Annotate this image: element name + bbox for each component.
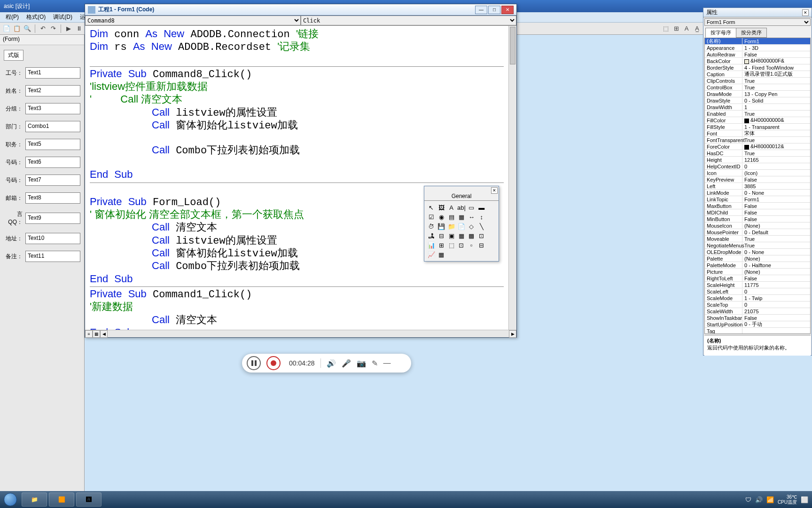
text-input[interactable]: Text7 <box>25 175 80 186</box>
property-row[interactable]: Left3885 <box>705 183 810 190</box>
property-row[interactable]: ClipControlsTrue <box>705 78 810 84</box>
task-item[interactable]: 📁 <box>22 492 47 507</box>
minus-icon[interactable]: — <box>383 359 391 367</box>
label-icon[interactable]: A <box>446 203 456 212</box>
checkbox-icon[interactable]: ☑ <box>426 212 436 222</box>
procedure-selector[interactable]: Click <box>301 16 516 25</box>
object-selector[interactable]: Command8 <box>85 16 301 25</box>
left-tab[interactable]: 式版 <box>4 50 23 61</box>
menu-item[interactable]: 调试(D) <box>49 12 76 22</box>
property-row[interactable]: LinkMode0 - None <box>705 190 810 196</box>
tb-icon[interactable]: A <box>682 24 691 33</box>
property-row[interactable]: ScaleTop0 <box>705 302 810 308</box>
text-input[interactable]: Text9 <box>25 213 80 224</box>
text-input[interactable]: Text8 <box>25 192 80 204</box>
listbox-icon[interactable]: ▦ <box>456 212 466 222</box>
property-row[interactable]: FillColor&H00000000& <box>705 117 810 124</box>
start-button[interactable] <box>0 491 21 508</box>
pen-icon[interactable]: ✎ <box>372 359 378 368</box>
tab-alphabetic[interactable]: 按字母序 <box>705 28 736 38</box>
image-icon[interactable]: 🏞 <box>426 231 436 240</box>
drivelistbox-icon[interactable]: 💾 <box>436 222 446 231</box>
property-row[interactable]: MaxButtonFalse <box>705 203 810 209</box>
tb-icon[interactable]: A̲ <box>692 24 702 33</box>
maximize-button[interactable]: □ <box>488 6 500 14</box>
ctl-icon[interactable]: ⊞ <box>436 240 446 250</box>
ctl-icon[interactable]: 📈 <box>426 250 436 259</box>
ctl-icon[interactable]: ⬚ <box>446 240 456 250</box>
minimize-button[interactable]: — <box>475 6 487 14</box>
volume-icon[interactable]: 🔊 <box>327 359 336 368</box>
line-icon[interactable]: ╲ <box>476 222 486 231</box>
property-row[interactable]: HasDCTrue <box>705 150 810 157</box>
property-row[interactable]: ControlBoxTrue <box>705 84 810 91</box>
close-button[interactable]: ✕ <box>501 6 514 14</box>
ctl-icon[interactable]: ▩ <box>467 231 476 240</box>
pause-recording-button[interactable] <box>247 356 261 370</box>
shape-icon[interactable]: ◇ <box>467 222 476 231</box>
tab-categorized[interactable]: 按分类序 <box>736 28 767 38</box>
menu-item[interactable]: 程(P) <box>2 12 23 22</box>
camera-off-icon[interactable]: 📷 <box>357 359 366 368</box>
property-row[interactable]: Height12165 <box>705 157 810 163</box>
tray-icon[interactable]: ⬜ <box>801 496 808 503</box>
text-input[interactable]: Text2 <box>25 85 80 96</box>
toolbox-close-icon[interactable]: ✕ <box>491 187 498 194</box>
property-row[interactable]: MinButtonFalse <box>705 216 810 222</box>
combobox-icon[interactable]: ▤ <box>446 212 456 222</box>
run-icon[interactable]: ▶ <box>64 24 73 33</box>
scroll-left-icon[interactable]: ◀ <box>100 330 108 338</box>
code-editor[interactable]: Dim conn As New ADODB.Connection '链接 Dim… <box>85 26 516 330</box>
property-row[interactable]: EnabledTrue <box>705 111 810 117</box>
property-row[interactable]: BackColor&H8000000F& <box>705 58 810 64</box>
property-row[interactable]: PaletteMode0 - Halftone <box>705 262 810 269</box>
property-row[interactable]: ForeColor&H80000012& <box>705 143 810 150</box>
property-row[interactable]: Caption通讯录管理1.0正式版 <box>705 71 810 78</box>
property-row[interactable]: FillStyle1 - Transparent <box>705 124 810 130</box>
picturebox-icon[interactable]: 🖼 <box>436 203 446 212</box>
vertical-scrollbar[interactable] <box>508 26 516 330</box>
textbox-icon[interactable]: ab| <box>456 203 466 212</box>
toolbox-panel[interactable]: ✕ General ↖ 🖼 A ab| ▭ ▬ ☑ ◉ ▤ ▦ ↔ ↕ ⏱ 💾 … <box>424 186 499 262</box>
ctl-icon[interactable]: 📊 <box>426 240 436 250</box>
property-row[interactable]: Icon(Icon) <box>705 170 810 176</box>
frame-icon[interactable]: ▭ <box>467 203 476 212</box>
property-row[interactable]: MouseIcon(None) <box>705 222 810 229</box>
properties-object-selector[interactable]: Form1 Form <box>704 18 811 26</box>
ctl-icon[interactable]: ▫ <box>467 240 476 250</box>
property-row[interactable]: Font宋体 <box>705 130 810 137</box>
data-icon[interactable]: ⊟ <box>436 231 446 240</box>
property-row[interactable]: StartUpPosition0 - 手动 <box>705 321 810 328</box>
tray-icon[interactable]: 📶 <box>766 496 774 503</box>
add-form-icon[interactable]: 📋 <box>12 24 22 33</box>
scroll-thumb[interactable] <box>510 27 515 64</box>
ctl-icon[interactable]: ⊡ <box>476 231 486 240</box>
property-row[interactable]: LinkTopicForm1 <box>705 196 810 203</box>
property-row[interactable]: ScaleLeft0 <box>705 288 810 295</box>
property-row[interactable]: ScaleHeight11775 <box>705 282 810 288</box>
scroll-right-icon[interactable]: ▶ <box>509 330 516 338</box>
property-row[interactable]: (名称)Form1 <box>705 38 810 45</box>
code-window-titlebar[interactable]: 工程1 - Form1 (Code) — □ ✕ <box>85 4 516 16</box>
ctl-icon[interactable]: ⊡ <box>456 240 466 250</box>
filelistbox-icon[interactable]: 📄 <box>456 222 466 231</box>
pause-icon[interactable]: ⏸ <box>74 24 84 33</box>
proc-view-icon[interactable]: ≡ <box>85 330 93 338</box>
property-row[interactable]: Picture(None) <box>705 269 810 275</box>
undo-icon[interactable]: ↶ <box>38 24 47 33</box>
property-row[interactable]: MousePointer0 - Default <box>705 229 810 236</box>
mic-icon[interactable]: 🎤 <box>342 359 351 368</box>
new-project-icon[interactable]: 📄 <box>2 24 11 33</box>
properties-titlebar[interactable]: 属性 ✕ <box>703 8 812 17</box>
tb-icon[interactable]: ⊞ <box>671 24 681 33</box>
property-row[interactable]: AutoRedrawFalse <box>705 51 810 58</box>
property-row[interactable]: HelpContextID0 <box>705 163 810 170</box>
ctl-icon[interactable]: ▦ <box>436 250 446 259</box>
property-row[interactable]: NegotiateMenusTrue <box>705 242 810 249</box>
horizontal-scrollbar[interactable]: ≡ ▦ ◀ ▶ <box>85 330 516 337</box>
text-input[interactable]: Text1 <box>25 67 80 79</box>
text-input[interactable]: Text11 <box>25 251 80 262</box>
hscrollbar-icon[interactable]: ↔ <box>467 212 476 222</box>
text-input[interactable]: Text10 <box>25 233 80 244</box>
timer-icon[interactable]: ⏱ <box>426 222 436 231</box>
